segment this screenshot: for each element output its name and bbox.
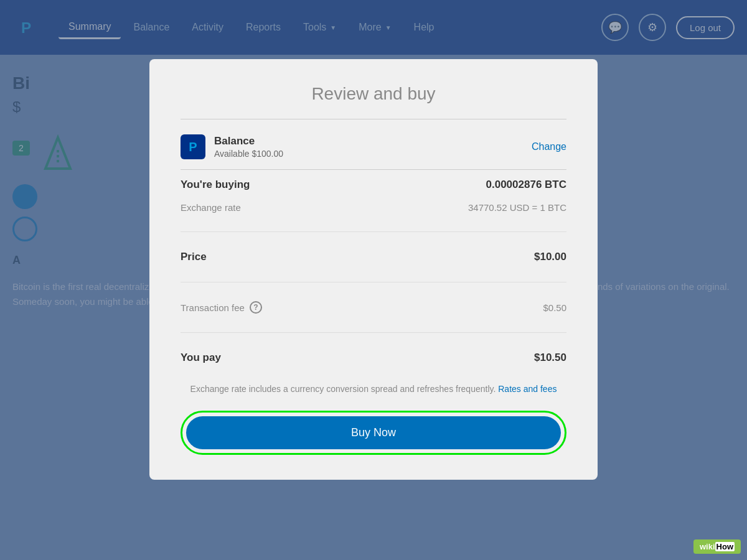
you-pay-label: You pay xyxy=(181,352,221,364)
fee-row: Transaction fee ? $0.50 xyxy=(181,292,566,322)
paypal-payment-icon: P xyxy=(181,134,205,159)
modal-overlay: Review and buy P Balance Available $100.… xyxy=(0,0,747,560)
price-label: Price xyxy=(181,251,207,263)
divider-1 xyxy=(181,231,566,232)
rates-fees-link[interactable]: Rates and fees xyxy=(498,384,557,394)
modal-title-divider xyxy=(181,119,566,119)
exchange-rate-row: Exchange rate 34770.52 USD = 1 BTC xyxy=(181,200,566,222)
exchange-rate-value: 34770.52 USD = 1 BTC xyxy=(468,202,566,213)
fee-value: $0.50 xyxy=(543,302,566,313)
buying-value: 0.00002876 BTC xyxy=(486,179,566,191)
payment-method-row: P Balance Available $100.00 Change xyxy=(181,134,566,170)
exchange-rate-label: Exchange rate xyxy=(181,202,241,213)
price-row: Price $10.00 xyxy=(181,242,566,272)
buying-row: You're buying 0.00002876 BTC xyxy=(181,170,566,200)
payment-sublabel: Available $100.00 xyxy=(214,149,283,159)
exchange-note: Exchange rate includes a currency conver… xyxy=(181,383,566,396)
wikihow-badge: wikiHow xyxy=(693,539,741,554)
fee-label: Transaction fee xyxy=(181,302,245,313)
change-link[interactable]: Change xyxy=(532,141,566,152)
payment-left: P Balance Available $100.00 xyxy=(181,134,283,159)
you-pay-row: You pay $10.50 xyxy=(181,343,566,373)
you-pay-value: $10.50 xyxy=(534,352,566,364)
price-value: $10.00 xyxy=(534,251,566,263)
svg-text:P: P xyxy=(189,140,197,154)
modal-title: Review and buy xyxy=(181,84,566,104)
modal: Review and buy P Balance Available $100.… xyxy=(149,59,598,480)
payment-details: Balance Available $100.00 xyxy=(214,135,283,159)
help-icon[interactable]: ? xyxy=(250,301,262,314)
payment-label: Balance xyxy=(214,135,283,147)
fee-label-row: Transaction fee ? xyxy=(181,301,262,314)
divider-3 xyxy=(181,332,566,333)
buy-now-wrapper: Buy Now xyxy=(181,411,566,455)
buying-label: You're buying xyxy=(181,179,250,191)
buy-now-button[interactable]: Buy Now xyxy=(186,416,561,449)
divider-2 xyxy=(181,282,566,282)
